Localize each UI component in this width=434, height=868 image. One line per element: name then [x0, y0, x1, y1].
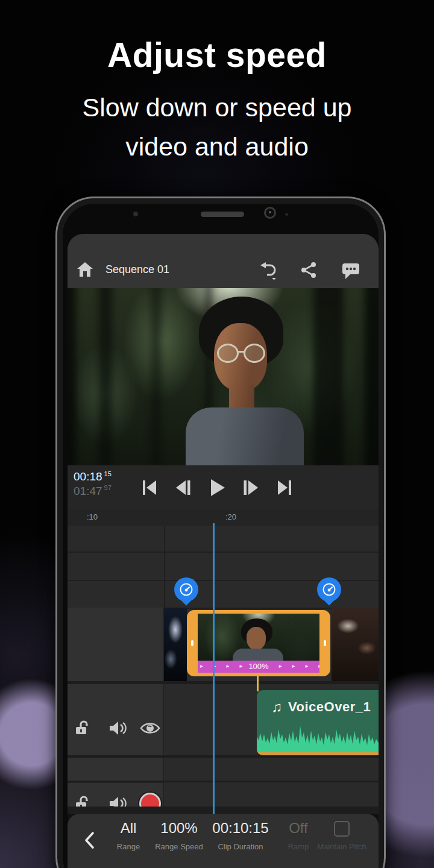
- promo-subtitle-line1: Slow down or speed up: [0, 88, 434, 127]
- transport-bar: 00:1815 01:4797: [68, 465, 379, 509]
- proximity-sensor: [133, 212, 138, 216]
- home-icon[interactable]: [75, 260, 95, 279]
- range-speed-control[interactable]: 100% Range Speed: [153, 820, 205, 852]
- voiceover-audio-clip[interactable]: ♫ VoiceOver_1: [257, 690, 379, 755]
- subject-person: [68, 288, 379, 465]
- range-speed-value: 100%: [153, 820, 205, 837]
- speedometer-icon: [321, 582, 337, 597]
- ruler-tick-10: :10: [87, 512, 98, 521]
- music-note-icon: ♫: [271, 699, 282, 715]
- trim-handle-right[interactable]: [324, 640, 326, 646]
- maintain-pitch-label: Maintain Pitch: [316, 842, 368, 852]
- grid-line-vertical: [164, 526, 165, 608]
- video-track-audio-icon[interactable]: [105, 716, 130, 740]
- status-led: [285, 213, 288, 216]
- total-time: 01:47: [74, 485, 102, 497]
- track-controls-pane: [68, 608, 164, 814]
- frame-back-button[interactable]: [171, 477, 195, 498]
- app-screen: Sequence 01: [68, 234, 379, 868]
- audio-waveform: [257, 716, 379, 752]
- play-button[interactable]: [205, 477, 229, 498]
- speedometer-icon: [178, 582, 194, 597]
- front-camera: [264, 207, 276, 219]
- video-clip-next[interactable]: [332, 608, 379, 681]
- clip-sync-connector: [257, 676, 259, 691]
- range-value: All: [99, 820, 157, 837]
- speed-toolbar: All Range 100% Range Speed 00:10:15 Clip…: [68, 814, 379, 868]
- current-frames: 15: [104, 470, 112, 477]
- timeline-ruler[interactable]: :10 :20: [68, 509, 379, 526]
- clip-duration-label: Clip Duration: [206, 842, 275, 852]
- maintain-pitch-checkbox[interactable]: [334, 821, 350, 837]
- earpiece-speaker: [201, 212, 244, 217]
- video-preview[interactable]: [68, 288, 379, 465]
- voiceover-title: VoiceOver_1: [288, 699, 371, 715]
- clip-duration-value: 00:10:15: [206, 820, 275, 837]
- promo-headline: Adjust speed Slow down or speed up video…: [0, 35, 434, 167]
- video-track-visibility-icon[interactable]: [138, 716, 162, 740]
- voiceover-speed-strip: [257, 752, 379, 755]
- total-frames: 97: [104, 484, 112, 491]
- skip-end-button[interactable]: [272, 477, 297, 498]
- range-label: Range: [99, 842, 157, 852]
- feedback-icon[interactable]: [341, 260, 361, 281]
- sequence-title[interactable]: Sequence 01: [105, 263, 169, 276]
- playhead[interactable]: [213, 523, 215, 814]
- speed-badge-left[interactable]: [174, 577, 198, 608]
- promo-subtitle-line2: video and audio: [0, 127, 434, 166]
- clip-thumbnail: [198, 614, 319, 661]
- maintain-pitch-control[interactable]: Maintain Pitch: [316, 820, 368, 852]
- promo-screenshot: Adjust speed Slow down or speed up video…: [0, 0, 434, 868]
- timeline[interactable]: ▸ ▸ ▸ ▸ ▸ ▸ ▸ ▸ ▸ ▸ ▸ ▸ ▸ ▸ ▸ ▸ ▸ ▸ 100%: [68, 526, 379, 814]
- timecode: 00:1815 01:4797: [74, 470, 112, 498]
- skip-start-button[interactable]: [137, 477, 162, 498]
- back-chevron-button[interactable]: [80, 828, 100, 852]
- speed-strip: ▸ ▸ ▸ ▸ ▸ ▸ ▸ ▸ ▸ ▸ ▸ ▸ ▸ ▸ ▸ ▸ ▸ ▸ 100%: [198, 661, 319, 673]
- current-time: 00:18: [74, 470, 102, 483]
- frame-forward-button[interactable]: [239, 477, 263, 498]
- undo-icon[interactable]: [257, 260, 278, 281]
- speed-badge-right[interactable]: [317, 577, 341, 608]
- grid-line: [68, 552, 379, 553]
- speed-strip-label: 100%: [245, 662, 272, 671]
- video-clip-previous[interactable]: [164, 608, 187, 681]
- video-track-lock-icon[interactable]: [71, 716, 95, 740]
- range-speed-label: Range Speed: [153, 842, 205, 852]
- app-header: Sequence 01: [68, 234, 379, 288]
- ruler-tick-20: :20: [225, 512, 236, 521]
- clip-duration-control[interactable]: 00:10:15 Clip Duration: [206, 820, 275, 852]
- person-shirt: [186, 407, 304, 465]
- trim-handle-left[interactable]: [191, 640, 193, 646]
- promo-subtitle: Slow down or speed up video and audio: [0, 88, 434, 167]
- range-control[interactable]: All Range: [99, 820, 157, 852]
- share-icon[interactable]: [299, 260, 318, 280]
- person-glasses: [217, 344, 268, 364]
- promo-title: Adjust speed: [0, 35, 434, 75]
- selected-video-clip[interactable]: ▸ ▸ ▸ ▸ ▸ ▸ ▸ ▸ ▸ ▸ ▸ ▸ ▸ ▸ ▸ ▸ ▸ ▸ 100%: [187, 610, 330, 676]
